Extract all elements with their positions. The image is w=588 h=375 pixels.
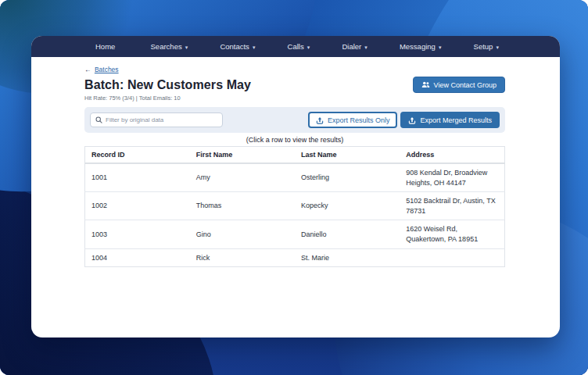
export-buttons: Export Results Only Export Merged Result…	[308, 112, 500, 128]
nav-item-setup[interactable]: Setup ▾	[474, 36, 499, 57]
filter-input-wrapper	[90, 112, 223, 127]
cell-record-id: 1003	[85, 220, 190, 248]
nav-item-label: Dialer	[342, 36, 361, 57]
column-header-address: Address	[400, 147, 504, 164]
cell-first-name: Rick	[190, 248, 295, 267]
column-header-last-name: Last Name	[295, 147, 400, 164]
export-merged-results-button[interactable]: Export Merged Results	[400, 112, 500, 128]
caret-down-icon: ▾	[307, 37, 310, 58]
cell-address: 5102 Backtrail Dr, Austin, TX 78731	[400, 192, 504, 220]
cell-first-name: Thomas	[190, 192, 295, 220]
view-contact-group-button[interactable]: View Contact Group	[413, 77, 505, 93]
nav-item-messaging[interactable]: Messaging ▾	[400, 36, 441, 57]
page-title: Batch: New Customers May	[84, 78, 251, 92]
filter-toolbar: Export Results Only Export Merged Result…	[84, 107, 505, 133]
table-row[interactable]: 1001 Amy Osterling 908 Kendal Dr, Broadv…	[85, 163, 505, 192]
left-arrow-icon: ←	[84, 66, 91, 73]
cell-record-id: 1004	[85, 248, 190, 267]
back-to-batches-link[interactable]: ← Batches	[84, 66, 119, 73]
page-content: ← Batches Batch: New Customers May	[31, 61, 560, 267]
screenshot-root: Home Searches ▾ Contacts ▾ Calls ▾ Diale…	[0, 0, 588, 375]
click-row-hint: (Click a row to view the results)	[84, 136, 505, 144]
nav-item-calls[interactable]: Calls ▾	[288, 36, 310, 57]
caret-down-icon: ▾	[496, 37, 499, 58]
back-link-label: Batches	[95, 66, 119, 73]
table-row[interactable]: 1004 Rick St. Marie	[85, 248, 505, 267]
breadcrumb: ← Batches	[84, 61, 505, 75]
nav-item-home[interactable]: Home	[95, 36, 118, 57]
nav-item-label: Setup	[474, 36, 493, 57]
nav-item-label: Calls	[288, 36, 304, 57]
cell-first-name: Gino	[190, 220, 295, 248]
cell-address: 908 Kendal Dr, Broadview Heights, OH 441…	[400, 163, 504, 192]
caret-down-icon: ▾	[253, 37, 256, 58]
filter-input[interactable]	[106, 116, 217, 123]
export-merged-results-label: Export Merged Results	[420, 116, 492, 124]
cell-last-name: Osterling	[295, 163, 400, 192]
table-row[interactable]: 1003 Gino Daniello 1620 Weisel Rd, Quake…	[85, 220, 505, 248]
batch-stats: Hit Rate: 75% (3/4) | Total Emails: 10	[84, 95, 505, 102]
column-header-record-id: Record ID	[85, 147, 190, 164]
nav-item-dialer[interactable]: Dialer ▾	[342, 36, 367, 57]
table-row[interactable]: 1002 Thomas Kopecky 5102 Backtrail Dr, A…	[85, 192, 505, 220]
cell-record-id: 1001	[85, 163, 190, 192]
nav-item-label: Messaging	[400, 36, 436, 57]
view-contact-group-label: View Contact Group	[434, 81, 497, 89]
table-header-row: Record ID First Name Last Name Address	[85, 147, 505, 164]
caret-down-icon: ▾	[364, 37, 368, 58]
search-icon	[95, 116, 102, 123]
users-icon	[421, 81, 430, 88]
export-results-only-label: Export Results Only	[328, 116, 390, 124]
export-results-only-button[interactable]: Export Results Only	[308, 112, 398, 128]
top-navbar: Home Searches ▾ Contacts ▾ Calls ▾ Diale…	[31, 36, 560, 57]
nav-item-contacts[interactable]: Contacts ▾	[220, 36, 255, 57]
cell-first-name: Amy	[190, 163, 295, 192]
cell-address: 1620 Weisel Rd, Quakertown, PA 18951	[400, 220, 504, 248]
cell-last-name: St. Marie	[295, 248, 400, 267]
column-header-first-name: First Name	[190, 147, 295, 164]
app-window: Home Searches ▾ Contacts ▾ Calls ▾ Diale…	[31, 36, 560, 338]
upload-icon	[316, 116, 324, 124]
cell-address	[400, 248, 504, 267]
cell-last-name: Kopecky	[295, 192, 400, 220]
nav-item-searches[interactable]: Searches ▾	[151, 36, 188, 57]
caret-down-icon: ▾	[439, 37, 442, 58]
results-table: Record ID First Name Last Name Address 1…	[84, 146, 505, 267]
nav-item-label: Contacts	[220, 36, 249, 57]
nav-item-label: Home	[95, 36, 115, 57]
caret-down-icon: ▾	[185, 37, 188, 58]
nav-item-label: Searches	[151, 36, 182, 57]
cell-last-name: Daniello	[295, 220, 400, 248]
upload-icon	[408, 116, 416, 124]
cell-record-id: 1002	[85, 192, 190, 220]
